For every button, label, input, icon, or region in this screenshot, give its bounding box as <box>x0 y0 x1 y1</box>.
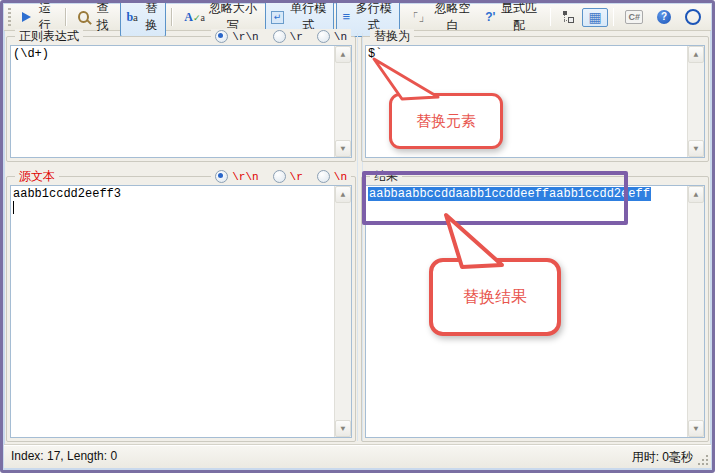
radio-lf[interactable]: \n <box>317 170 347 183</box>
replace-button[interactable]: ba 替换 <box>120 0 166 37</box>
about-button[interactable] <box>679 6 707 28</box>
source-text-input-text: aabb1ccdd2eeff3 <box>13 187 333 201</box>
callout-replace-element: 替换元素 <box>389 93 503 149</box>
scroll-down-icon[interactable]: ▼ <box>688 420 704 437</box>
radio-crlf[interactable]: \r\n <box>215 170 258 183</box>
radio-dot <box>317 30 330 43</box>
csharp-code-button[interactable]: C# <box>619 7 649 27</box>
callout-replace-element-label: 替换元素 <box>416 112 476 131</box>
toolbar-grip[interactable] <box>8 8 11 26</box>
brackets-icon: 「」 <box>408 10 430 25</box>
radio-crlf[interactable]: \r\n <box>215 30 258 43</box>
regex-panel: 正则表达式 \r\n \r \n (\d+) ▲ ▼ <box>6 36 356 162</box>
replace-scrollbar[interactable]: ▲ ▼ <box>687 46 704 157</box>
explicit-capture-icon: ?' <box>485 10 495 24</box>
result-highlight-rectangle <box>362 171 628 225</box>
tree-view-button[interactable] <box>556 8 580 26</box>
radio-cr[interactable]: \r <box>273 170 303 183</box>
scroll-down-icon[interactable]: ▼ <box>335 420 351 437</box>
single-line-icon: ↵ <box>271 11 284 24</box>
source-newline-radios: \r\n \r \n <box>211 169 351 184</box>
toolbar-separator <box>613 8 615 26</box>
radio-dot <box>273 170 286 183</box>
toolbar-separator <box>65 8 67 26</box>
scroll-down-icon[interactable]: ▼ <box>335 140 351 157</box>
callout-replace-result: 替换结果 <box>429 258 561 336</box>
csharp-icon: C# <box>625 10 643 24</box>
source-text-panel: 源文本 \r\n \r \n aabb1ccdd2eeff3 ▲ ▼ <box>6 176 356 442</box>
help-button[interactable]: ? <box>651 7 677 27</box>
radio-dot <box>317 170 330 183</box>
regex-panel-title: 正则表达式 <box>15 29 83 43</box>
play-icon <box>22 12 31 22</box>
radio-cr[interactable]: \r <box>273 30 303 43</box>
scroll-up-icon[interactable]: ▲ <box>335 46 351 63</box>
replace-with-panel-title: 替换为 <box>370 29 414 43</box>
tree-icon <box>562 11 574 23</box>
table-view-button[interactable]: ▦ <box>582 8 607 27</box>
radio-dot <box>215 170 228 183</box>
replace-label: 替换 <box>142 0 160 34</box>
scroll-up-icon[interactable]: ▲ <box>688 186 704 203</box>
circle-logo-icon <box>685 9 701 25</box>
source-scrollbar[interactable]: ▲ ▼ <box>334 186 351 437</box>
result-scrollbar[interactable]: ▲ ▼ <box>687 186 704 437</box>
regex-input-text: (\d+) <box>13 47 333 61</box>
ignore-case-icon: A✓a <box>184 12 205 23</box>
search-icon <box>78 11 89 23</box>
app-window: 运行 查找 ba 替换 A✓a 忽略大小写 ↵ 单行模式 ≡ 多行模式 「」 忽… <box>0 0 715 473</box>
text-caret <box>13 201 14 214</box>
source-text-input[interactable]: aabb1ccdd2eeff3 ▲ ▼ <box>10 185 352 438</box>
find-label: 查找 <box>93 0 113 34</box>
help-icon: ? <box>657 10 671 24</box>
regex-input[interactable]: (\d+) ▲ ▼ <box>10 45 352 158</box>
explicit-capture-button[interactable]: ?' 显式匹配 <box>479 0 544 37</box>
status-index-length: Index: 17, Length: 0 <box>11 449 117 463</box>
source-text-panel-title: 源文本 <box>15 169 59 183</box>
status-elapsed-time: 用时: 0毫秒 <box>632 449 693 466</box>
status-bar: Index: 17, Length: 0 用时: 0毫秒 <box>4 444 711 468</box>
ignore-whitespace-label: 忽略空白 <box>434 0 472 34</box>
scroll-down-icon[interactable]: ▼ <box>688 140 704 157</box>
toolbar-separator <box>550 8 552 26</box>
callout-replace-result-label: 替换结果 <box>463 287 527 308</box>
toolbar: 运行 查找 ba 替换 A✓a 忽略大小写 ↵ 单行模式 ≡ 多行模式 「」 忽… <box>4 4 711 31</box>
radio-dot <box>273 30 286 43</box>
replace-icon: ba <box>126 12 138 22</box>
multi-line-icon: ≡ <box>342 11 350 23</box>
radio-lf[interactable]: \n <box>317 30 347 43</box>
resize-grip[interactable] <box>699 456 708 465</box>
scroll-up-icon[interactable]: ▲ <box>335 186 351 203</box>
regex-scrollbar[interactable]: ▲ ▼ <box>334 46 351 157</box>
radio-dot <box>215 30 228 43</box>
explicit-capture-label: 显式匹配 <box>499 0 538 34</box>
table-icon: ▦ <box>588 11 601 24</box>
toolbar-separator <box>171 8 173 26</box>
replace-with-input-text: $` <box>368 47 686 61</box>
regex-newline-radios: \r\n \r \n <box>211 29 351 44</box>
scroll-up-icon[interactable]: ▲ <box>688 46 704 63</box>
